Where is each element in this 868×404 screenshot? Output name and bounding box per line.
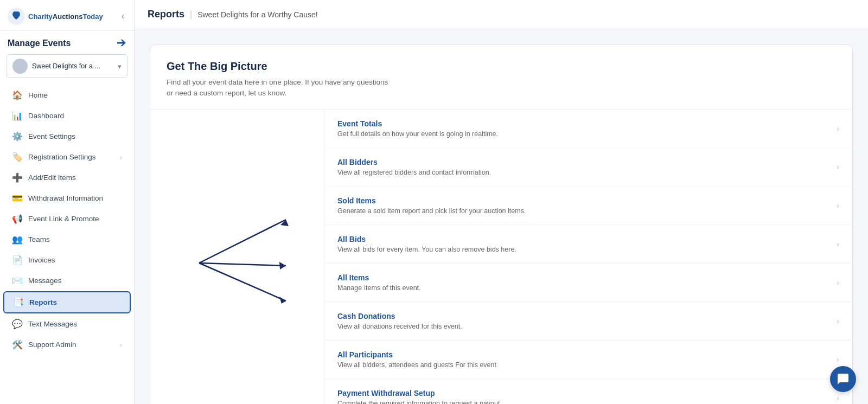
sidebar-item-label: Event Link & Promote	[28, 215, 99, 223]
report-item-chevron-icon: ›	[837, 355, 839, 364]
report-item-text: All Bidders View all registered bidders …	[337, 158, 830, 176]
main-content: Reports | Sweet Delights for a Worthy Ca…	[135, 0, 868, 404]
sidebar-item-label: Withdrawal Information	[28, 194, 103, 202]
report-item-payment-withdrawal[interactable]: Payment Withdrawal Setup Complete the re…	[324, 379, 852, 405]
sidebar-item-dashboard[interactable]: 📊 Dashboard	[3, 106, 131, 126]
sidebar-item-registration-settings[interactable]: 🏷️ Registration Settings ›	[3, 147, 131, 167]
sidebar-item-label: Event Settings	[28, 132, 75, 140]
svg-line-5	[199, 263, 286, 301]
report-item-desc: Generate a sold item report and pick lis…	[337, 207, 830, 215]
report-item-desc: Complete the required information to req…	[337, 400, 830, 405]
report-item-chevron-icon: ›	[837, 394, 839, 402]
event-chevron-icon: ▾	[118, 62, 122, 70]
sidebar-item-label: Registration Settings	[28, 153, 96, 161]
arrow-illustration	[150, 110, 324, 405]
sidebar-item-label: Text Messages	[28, 320, 77, 328]
chat-bubble-button[interactable]	[830, 366, 856, 392]
teams-icon: 👥	[12, 234, 23, 245]
sidebar-item-event-settings[interactable]: ⚙️ Event Settings	[3, 126, 131, 146]
report-item-desc: View all registered bidders and contact …	[337, 169, 830, 176]
report-item-title: All Bidders	[337, 158, 830, 166]
reports-header: Get The Big Picture Find all your event …	[150, 45, 852, 110]
report-item-chevron-icon: ›	[837, 240, 839, 248]
report-item-text: All Bids View all bids for every item. Y…	[337, 235, 830, 253]
text-messages-icon: 💬	[12, 319, 23, 329]
chat-bubble-icon	[837, 373, 850, 386]
sidebar-item-label: Dashboard	[28, 112, 64, 120]
sidebar-item-label: Home	[28, 91, 48, 99]
svg-line-1	[199, 220, 286, 263]
report-item-cash-donations[interactable]: Cash Donations View all donations receiv…	[324, 302, 852, 341]
report-item-title: Payment Withdrawal Setup	[337, 389, 830, 397]
report-item-chevron-icon: ›	[837, 124, 839, 133]
logo-icon	[8, 8, 25, 25]
sidebar: CharityAuctionsToday ‹ Manage Events 🡪 S…	[0, 0, 135, 404]
nav-list: 🏠 Home 📊 Dashboard ⚙️ Event Settings 🏷️ …	[0, 82, 134, 404]
svg-line-3	[199, 263, 286, 266]
report-item-desc: View all donations received for this eve…	[337, 323, 830, 330]
manage-events-header: Manage Events 🡪	[0, 31, 134, 52]
report-item-desc: Get full details on how your event is go…	[337, 130, 830, 138]
dashboard-icon: 📊	[12, 111, 23, 121]
sidebar-item-label: Messages	[28, 277, 62, 285]
registration-settings-icon: 🏷️	[12, 152, 23, 162]
report-item-desc: View all bids for every item. You can al…	[337, 246, 830, 253]
sidebar-item-event-link-promote[interactable]: 📢 Event Link & Promote	[3, 209, 131, 229]
report-item-desc: Manage Items of this event.	[337, 284, 830, 292]
event-link-promote-icon: 📢	[12, 214, 23, 224]
sidebar-item-add-edit-items[interactable]: ➕ Add/Edit Items	[3, 168, 131, 188]
sidebar-item-label: Reports	[29, 298, 57, 306]
sidebar-item-reports[interactable]: 📑 Reports	[3, 291, 131, 313]
svg-marker-4	[279, 262, 286, 270]
report-item-title: Event Totals	[337, 119, 830, 128]
sidebar-item-text-messages[interactable]: 💬 Text Messages	[3, 314, 131, 334]
sidebar-item-withdrawal-information[interactable]: 💳 Withdrawal Information	[3, 188, 131, 208]
invoices-icon: 📄	[12, 255, 23, 265]
reports-heading: Get The Big Picture	[167, 60, 836, 73]
topbar-title: Reports	[148, 9, 184, 20]
sidebar-item-support-admin[interactable]: 🛠️ Support Admin ›	[3, 335, 131, 355]
report-item-desc: View all bidders, attendees and guests F…	[337, 361, 830, 369]
reports-icon: 📑	[13, 297, 24, 307]
sidebar-item-messages[interactable]: ✉️ Messages	[3, 271, 131, 291]
topbar-event-name: Sweet Delights for a Worthy Cause!	[197, 10, 318, 19]
report-item-text: All Items Manage Items of this event.	[337, 273, 830, 292]
add-edit-items-icon: ➕	[12, 172, 23, 183]
report-item-chevron-icon: ›	[837, 201, 839, 210]
sidebar-item-teams[interactable]: 👥 Teams	[3, 229, 131, 249]
report-item-chevron-icon: ›	[837, 163, 839, 171]
reports-description: Find all your event data here in one pla…	[167, 77, 394, 99]
content-area: Get The Big Picture Find all your event …	[135, 29, 868, 404]
sidebar-item-invoices[interactable]: 📄 Invoices	[3, 250, 131, 270]
report-item-title: All Participants	[337, 350, 830, 359]
report-item-chevron-icon: ›	[837, 278, 839, 287]
report-item-all-participants[interactable]: All Participants View all bidders, atten…	[324, 341, 852, 379]
report-item-title: All Items	[337, 273, 830, 282]
topbar-separator: |	[190, 10, 192, 20]
event-avatar	[12, 59, 28, 74]
report-item-text: Cash Donations View all donations receiv…	[337, 312, 830, 330]
report-item-all-bidders[interactable]: All Bidders View all registered bidders …	[324, 148, 852, 187]
report-item-sold-items[interactable]: Sold Items Generate a sold item report a…	[324, 187, 852, 225]
report-item-text: Sold Items Generate a sold item report a…	[337, 196, 830, 215]
reports-body: Event Totals Get full details on how you…	[150, 110, 852, 405]
report-item-all-bids[interactable]: All Bids View all bids for every item. Y…	[324, 225, 852, 264]
report-item-text: All Participants View all bidders, atten…	[337, 350, 830, 369]
report-item-event-totals[interactable]: Event Totals Get full details on how you…	[324, 110, 852, 148]
collapse-sidebar-button[interactable]: ‹	[119, 10, 126, 22]
nav-expand-arrow: ›	[120, 342, 122, 348]
support-admin-icon: 🛠️	[12, 339, 23, 350]
report-item-title: Sold Items	[337, 196, 830, 205]
sidebar-item-home[interactable]: 🏠 Home	[3, 85, 131, 105]
event-name-label: Sweet Delights for a ...	[32, 62, 113, 70]
messages-icon: ✉️	[12, 275, 23, 286]
report-item-all-items[interactable]: All Items Manage Items of this event. ›	[324, 264, 852, 302]
sidebar-logo: CharityAuctionsToday ‹	[0, 0, 134, 31]
report-item-chevron-icon: ›	[837, 317, 839, 325]
logo-text: CharityAuctionsToday	[28, 11, 103, 21]
event-selector[interactable]: Sweet Delights for a ... ▾	[7, 54, 127, 78]
sidebar-item-label: Teams	[28, 235, 50, 243]
topbar: Reports | Sweet Delights for a Worthy Ca…	[135, 0, 868, 29]
report-item-title: Cash Donations	[337, 312, 830, 320]
manage-events-title: Manage Events	[8, 39, 71, 48]
